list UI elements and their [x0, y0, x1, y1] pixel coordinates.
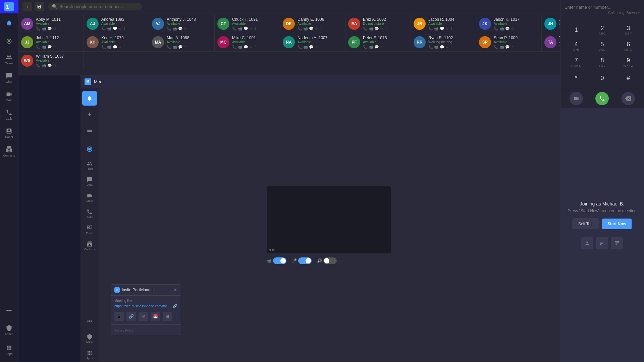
phone-action[interactable]: 📞: [428, 26, 433, 31]
sidebar-item-apps[interactable]: Apps: [0, 341, 18, 359]
more-action[interactable]: ⋮: [123, 26, 126, 31]
chat-action[interactable]: 💬: [374, 26, 379, 31]
video-call-button[interactable]: [570, 92, 583, 105]
phone-action[interactable]: 📞: [36, 45, 41, 49]
more-action[interactable]: ⋮: [319, 45, 323, 49]
star-action[interactable]: ☆: [118, 26, 122, 31]
chat-action[interactable]: 💬: [440, 45, 444, 49]
meet-sidebar-more[interactable]: •••: [82, 315, 97, 330]
chat-action[interactable]: 💬: [244, 26, 248, 31]
meet-sidebar-chat[interactable]: Chat: [82, 174, 97, 189]
more-action[interactable]: ⋮: [123, 45, 126, 49]
dialer-key-7[interactable]: 7PQRS: [563, 54, 589, 70]
star-action[interactable]: ☆: [511, 45, 514, 49]
contact-card-william[interactable]: WS William S. 1057 Available 📞 📹 💬 ☆ ⋮: [18, 52, 84, 70]
contact-card-nadeem[interactable]: NA Nadeem A. 1007 Available 📞 📹 💬 ☆ ⋮: [280, 33, 345, 52]
meet-sidebar-team[interactable]: Team: [82, 158, 97, 173]
phone-action[interactable]: 📞: [428, 45, 433, 49]
dialer-key-6[interactable]: 6MNO: [615, 38, 641, 54]
dialer-key-1[interactable]: 1: [563, 22, 589, 38]
participants-tool-btn[interactable]: [581, 237, 593, 249]
phone-action[interactable]: 📞: [167, 45, 171, 49]
chat-action[interactable]: 💬: [374, 45, 379, 49]
phone-action[interactable]: 📞: [494, 45, 498, 49]
invite-close-button[interactable]: ✕: [173, 287, 177, 293]
video-action[interactable]: 📹: [172, 26, 177, 31]
chat-action[interactable]: 💬: [505, 45, 510, 49]
call-button[interactable]: [595, 92, 609, 105]
video-action[interactable]: 📹: [303, 26, 308, 31]
star-action[interactable]: ☆: [184, 26, 187, 31]
more-action[interactable]: ⋮: [384, 45, 388, 49]
more-action[interactable]: ⋮: [188, 26, 192, 31]
share-phone-btn[interactable]: 📱: [114, 312, 124, 321]
contact-card-sean[interactable]: SP Sean P. 1009 Available 📞 📹 💬 ☆ ⋮: [476, 33, 542, 52]
dialer-key-*[interactable]: *: [563, 70, 589, 86]
meet-sidebar-meet[interactable]: Meet: [82, 190, 97, 205]
sidebar-item-calls[interactable]: Calls: [0, 106, 18, 124]
phone-action[interactable]: 📞: [298, 26, 302, 31]
contact-card-peter[interactable]: PF Peter F. 1078 Available 📞 📹 💬 ☆ ⋮: [345, 33, 411, 52]
star-action[interactable]: ☆: [249, 45, 253, 49]
star-action[interactable]: ☆: [53, 26, 56, 31]
sidebar-item-admin[interactable]: Admin: [0, 321, 18, 340]
star-action[interactable]: ☆: [184, 45, 187, 49]
start-now-button[interactable]: Start Now: [602, 219, 632, 229]
speaker-toggle[interactable]: 🔊: [317, 257, 337, 264]
video-action[interactable]: 📹: [42, 45, 46, 49]
video-action[interactable]: 📹: [434, 45, 439, 49]
phone-action[interactable]: 📞: [101, 26, 106, 31]
phone-action[interactable]: 📞: [298, 45, 302, 49]
contact-card-danny[interactable]: DE Danny E. 1006 Available 📞 📹 💬 ☆ ⋮: [280, 15, 345, 33]
chat-action[interactable]: 💬: [113, 26, 117, 31]
star-action[interactable]: ☆: [315, 45, 318, 49]
more-action[interactable]: ⋮: [57, 63, 61, 68]
dialer-key-0[interactable]: 0: [589, 70, 615, 86]
chat-action[interactable]: 💬: [244, 45, 248, 49]
share-calendar-btn[interactable]: 📅: [151, 312, 160, 321]
sidebar-item-presence[interactable]: [0, 32, 18, 50]
video-action[interactable]: 📹: [238, 26, 243, 31]
star-action[interactable]: ☆: [315, 26, 318, 31]
contact-card-john[interactable]: JJ John J. 1112 Available 📞 📹 💬 ☆ ⋮: [18, 33, 84, 52]
settings-tool-btn[interactable]: [596, 237, 608, 249]
dialer-key-3[interactable]: 3DEF: [615, 22, 641, 38]
more-action[interactable]: ⋮: [254, 45, 257, 49]
star-action[interactable]: ☆: [380, 45, 383, 49]
dialer-key-#[interactable]: #: [615, 70, 641, 86]
meet-sidebar-admin[interactable]: Admin: [82, 331, 97, 346]
more-action[interactable]: ⋮: [515, 26, 519, 31]
contact-card-anthony[interactable]: AJ Anthony J. 1048 Available 📞 📹 💬 ☆ ⋮: [149, 15, 215, 33]
meet-sidebar-presence[interactable]: [82, 142, 97, 157]
chat-action[interactable]: 💬: [47, 26, 52, 31]
save-button[interactable]: [35, 2, 44, 11]
contact-card-chuck[interactable]: CT Chuck T. 1091 Available 📞 📹 💬 ☆ ⋮: [215, 15, 280, 33]
chat-action[interactable]: 💬: [309, 26, 314, 31]
meet-sidebar-calls[interactable]: Calls: [82, 206, 97, 221]
phone-action[interactable]: 📞: [232, 26, 237, 31]
search-input[interactable]: [59, 4, 133, 9]
phone-action[interactable]: 📞: [363, 45, 368, 49]
meet-sidebar-menu[interactable]: [82, 123, 97, 138]
star-action[interactable]: ☆: [445, 45, 449, 49]
contact-card-jacob[interactable]: JR Jacob R. 1004 Available 📞 📹 💬 ☆ ⋮: [411, 15, 476, 33]
meet-sidebar-notifications[interactable]: [82, 91, 97, 106]
share-qr-btn[interactable]: ⊞: [163, 312, 172, 321]
camera-toggle[interactable]: 📹: [267, 257, 286, 264]
sidebar-item-chat[interactable]: Chat: [0, 69, 18, 87]
meet-sidebar-add[interactable]: [82, 107, 97, 122]
chat-action[interactable]: 💬: [178, 45, 183, 49]
dialer-key-5[interactable]: 5JKL: [589, 38, 615, 54]
contact-card-ken[interactable]: KH Ken H. 1079 Available 📞 📹 💬 ☆ ⋮: [84, 33, 149, 52]
chat-action[interactable]: 💬: [113, 45, 117, 49]
star-action[interactable]: ☆: [53, 45, 56, 49]
sidebar-item-more[interactable]: •••: [0, 301, 18, 320]
chat-action[interactable]: 💬: [505, 26, 510, 31]
more-action[interactable]: ⋮: [57, 45, 61, 49]
star-action[interactable]: ☆: [511, 26, 514, 31]
video-action[interactable]: 📹: [42, 26, 46, 31]
contact-card-ryan[interactable]: RR Ryan R. 1102 Walking the dog 📞 📹 💬 ☆ …: [411, 33, 476, 52]
video-action[interactable]: 📹: [42, 63, 46, 68]
video-action[interactable]: 📹: [238, 45, 243, 49]
chat-action[interactable]: 💬: [178, 26, 183, 31]
